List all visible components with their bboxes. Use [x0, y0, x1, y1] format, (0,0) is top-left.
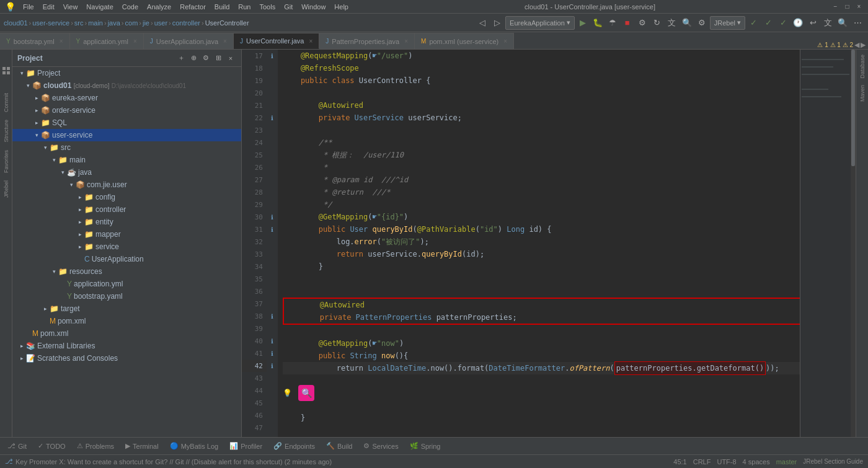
breadcrumb-user-service[interactable]: user-service	[32, 19, 69, 27]
close-icon[interactable]: ×	[404, 38, 408, 45]
add-icon[interactable]: ＋	[175, 53, 187, 64]
tab-application-yml[interactable]: Y application.yml ×	[70, 33, 144, 49]
tree-item-com-jie-user[interactable]: ▾ 📦 com.jie.user	[12, 179, 241, 191]
breadcrumb-cloud01[interactable]: cloud01	[4, 19, 28, 27]
tree-item-project[interactable]: ▾ 📁 Project	[12, 67, 241, 79]
git-status-icon[interactable]: ✓	[761, 16, 775, 30]
menu-analyze[interactable]: Analyze	[147, 3, 171, 11]
menu-code[interactable]: Code	[122, 3, 138, 11]
tree-item-mapper[interactable]: ▸ 📁 mapper	[12, 228, 241, 241]
menu-run[interactable]: Run	[238, 3, 250, 11]
close-icon[interactable]: ×	[309, 38, 313, 45]
tab-user-controller[interactable]: J UserController.java ×	[234, 33, 319, 49]
bottom-tab-spring[interactable]: 🌿 Spring	[405, 439, 446, 454]
tab-scroll-right[interactable]: ▶	[861, 41, 866, 49]
settings-icon[interactable]: ⚙	[636, 16, 649, 30]
menu-help[interactable]: Help	[334, 3, 348, 11]
minimize-button[interactable]: −	[831, 2, 839, 11]
favorites-panel-label[interactable]: Favorites	[2, 146, 11, 177]
tree-item-eureka-server[interactable]: ▸ 📦 eureka-server	[12, 92, 241, 104]
close-button[interactable]: ×	[855, 2, 863, 11]
clock-icon[interactable]: 🕐	[791, 16, 805, 30]
tab-scroll-left[interactable]: ◀	[854, 41, 859, 49]
database-panel-label[interactable]: Database	[858, 52, 867, 81]
bottom-tab-git[interactable]: ⎇ Git	[2, 439, 32, 454]
menu-navigate[interactable]: Navigate	[86, 3, 113, 11]
bottom-tab-problems[interactable]: ⚠ Problems	[72, 439, 119, 454]
bottom-tab-build[interactable]: 🔨 Build	[321, 439, 357, 454]
tree-item-entity[interactable]: ▸ 📁 entity	[12, 216, 241, 228]
breadcrumb-main[interactable]: main	[88, 19, 103, 27]
tree-item-pom-xml-root[interactable]: ▸ M pom.xml	[12, 327, 241, 340]
breadcrumb-com[interactable]: com	[125, 19, 138, 27]
project-panel-icon[interactable]	[1, 52, 12, 89]
run-button[interactable]: ▶	[576, 16, 590, 30]
tree-item-user-application[interactable]: ▸ C UserApplication	[12, 253, 241, 265]
jrebel-panel-label[interactable]: JRebel	[2, 177, 11, 201]
tree-item-pom-xml-module[interactable]: ▸ M pom.xml	[12, 315, 241, 327]
tab-pattern-properties[interactable]: J PatternProperties.java ×	[319, 33, 415, 49]
tree-item-resources[interactable]: ▾ 📁 resources	[12, 265, 241, 278]
close-icon[interactable]: ×	[503, 38, 507, 45]
settings-icon[interactable]: ⚙	[200, 53, 211, 64]
back-button[interactable]: ◁	[476, 16, 489, 30]
settings2-icon[interactable]: ⚙	[695, 16, 709, 30]
code-editor[interactable]: @RequestMapping(☛"/user") @RefreshScope …	[278, 50, 856, 437]
menu-git[interactable]: Git	[284, 3, 293, 11]
tree-item-external-libs[interactable]: ▸ 📚 External Libraries	[12, 340, 241, 352]
scroll-thumb[interactable]	[851, 50, 855, 166]
structure-panel-label[interactable]: Structure	[2, 116, 11, 146]
search-highlight-icon[interactable]: 🔍	[298, 385, 314, 401]
expand-icon[interactable]: ⊞	[213, 53, 224, 64]
tree-item-order-service[interactable]: ▸ 📦 order-service	[12, 104, 241, 117]
breadcrumb-controller[interactable]: controller	[172, 19, 200, 27]
bottom-tab-mybatis[interactable]: 🔵 MyBatis Log	[165, 439, 224, 454]
undo-icon[interactable]: ↩	[806, 16, 820, 30]
git-push-icon[interactable]: ✓	[776, 16, 790, 30]
tree-item-java[interactable]: ▾ ☕ java	[12, 166, 241, 179]
breadcrumb-user[interactable]: user	[154, 19, 167, 27]
tab-bootstrap-yml[interactable]: Y bootstrap.yml ×	[0, 33, 70, 49]
run-with-coverage[interactable]: ☂	[606, 16, 619, 30]
translate2-icon[interactable]: 文	[821, 16, 835, 30]
bottom-tab-endpoints[interactable]: 🔗 Endpoints	[268, 439, 320, 454]
menu-bar[interactable]: File Edit View Navigate Code Analyze Ref…	[23, 3, 348, 11]
tree-item-service[interactable]: ▸ 📁 service	[12, 241, 241, 253]
breadcrumb-class[interactable]: UserController	[205, 19, 249, 27]
tree-item-sql[interactable]: ▸ 📁 SQL	[12, 117, 241, 129]
bottom-tab-services[interactable]: ⚙ Services	[358, 439, 403, 454]
maximize-button[interactable]: □	[843, 2, 851, 11]
reload-icon[interactable]: ↻	[650, 16, 664, 30]
tree-item-scratches[interactable]: ▸ 📝 Scratches and Consoles	[12, 352, 241, 364]
tab-user-application[interactable]: J UserApplication.java ×	[144, 33, 234, 49]
tree-item-bootstrap-yaml[interactable]: ▸ Y bootstrap.yaml	[12, 290, 241, 302]
jrebel-button[interactable]: JRebel ▾	[710, 16, 745, 30]
tree-item-controller[interactable]: ▸ 📁 controller	[12, 203, 241, 216]
menu-edit[interactable]: Edit	[43, 3, 55, 11]
tree-item-src[interactable]: ▾ 📁 src	[12, 141, 241, 154]
tree-item-cloud01[interactable]: ▾ 📦 cloud01 [cloud-demo] D:\java\code\cl…	[12, 79, 241, 92]
translate-icon[interactable]: 文	[665, 16, 679, 30]
breadcrumb-jie[interactable]: jie	[143, 19, 149, 27]
search-icon[interactable]: 🔍	[680, 16, 694, 30]
git-check-icon[interactable]: ✓	[746, 16, 760, 30]
window-controls[interactable]: − □ ×	[831, 2, 863, 11]
breadcrumb-java[interactable]: java	[108, 19, 120, 27]
tab-pom-xml[interactable]: M pom.xml (user-service) ×	[415, 33, 514, 49]
menu-file[interactable]: File	[23, 3, 34, 11]
menu-window[interactable]: Window	[301, 3, 326, 11]
tree-item-config[interactable]: ▸ 📁 config	[12, 191, 241, 203]
tree-item-target[interactable]: ▸ 📁 target	[12, 302, 241, 315]
stop-button[interactable]: ■	[621, 16, 634, 30]
close-icon[interactable]: ×	[223, 38, 227, 45]
bottom-tab-todo[interactable]: ✓ TODO	[33, 439, 71, 454]
menu-tools[interactable]: Tools	[259, 3, 275, 11]
bottom-tab-terminal[interactable]: ▶ Terminal	[120, 439, 164, 454]
debug-button[interactable]: 🐛	[591, 16, 604, 30]
vertical-scrollbar[interactable]	[851, 50, 856, 437]
run-config-selector[interactable]: EurekaApplication ▾	[505, 16, 575, 30]
close-sidebar-icon[interactable]: ×	[225, 53, 236, 64]
forward-button[interactable]: ▷	[490, 16, 504, 30]
close-icon[interactable]: ×	[60, 38, 63, 45]
close-icon[interactable]: ×	[133, 38, 137, 45]
